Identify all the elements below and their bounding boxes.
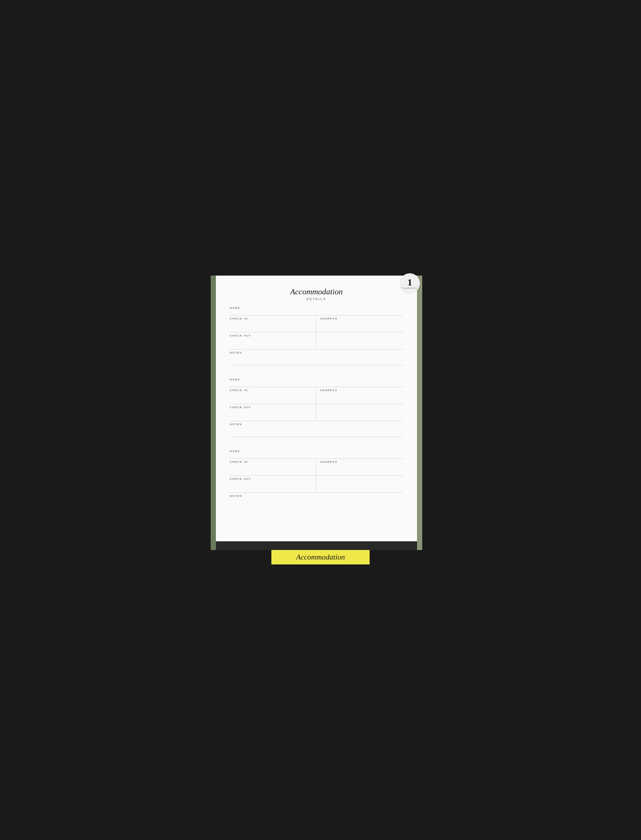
- notes-label-3: NOTES: [230, 495, 403, 498]
- name-row-2: NAME: [230, 378, 403, 387]
- address-label-2: ADDRESS: [320, 389, 403, 392]
- checkout-label-2: CHECK OUT: [230, 406, 316, 409]
- checkout-col-3: CHECK OUT: [230, 476, 316, 493]
- page: 1 PLANNING Accommodation DETAILS NAME CH…: [216, 276, 417, 541]
- page-title: Accommodation: [230, 287, 403, 296]
- checkin-label-2: CHECK IN: [230, 389, 316, 392]
- address-col-3: ADDRESS: [316, 459, 403, 475]
- notes-row-2: NOTES: [230, 421, 403, 437]
- checkout-col-2: CHECK OUT: [230, 404, 316, 421]
- planning-label: PLANNING: [402, 287, 417, 289]
- name-label-3: NAME: [230, 450, 403, 453]
- checkin-col-3: CHECK IN: [230, 459, 316, 475]
- address-label-1: ADDRESS: [320, 317, 403, 320]
- checkout-address-filler-2: [316, 404, 403, 421]
- checkout-label-3: CHECK OUT: [230, 477, 316, 480]
- checkout-address-filler-1: [316, 332, 403, 349]
- checkin-address-row-3: CHECK IN ADDRESS: [230, 459, 403, 476]
- page-number-badge: 1 PLANNING: [400, 273, 420, 294]
- checkout-row-2: CHECK OUT: [230, 404, 403, 421]
- checkout-label-1: CHECK OUT: [230, 334, 316, 337]
- notes-label-1: NOTES: [230, 351, 403, 354]
- book-container: 1 PLANNING Accommodation DETAILS NAME CH…: [211, 276, 430, 550]
- name-row-3: NAME: [230, 450, 403, 459]
- bottom-tab: Accommodation: [271, 550, 370, 564]
- name-label-1: NAME: [230, 307, 403, 309]
- page-subtitle: DETAILS: [230, 297, 403, 301]
- accommodation-entry-1: NAME CHECK IN ADDRESS CHECK OUT: [230, 307, 403, 365]
- checkin-label-1: CHECK IN: [230, 317, 316, 320]
- name-label-2: NAME: [230, 378, 403, 381]
- page-number: 1: [407, 278, 412, 287]
- spine-right: [417, 276, 422, 550]
- checkout-address-filler-3: [316, 476, 403, 493]
- notes-label-2: NOTES: [230, 423, 403, 426]
- spine-left: [211, 276, 216, 550]
- bottom-tab-title: Accommodation: [296, 553, 345, 561]
- checkin-col-1: CHECK IN: [230, 315, 316, 332]
- notes-row-1: NOTES: [230, 350, 403, 365]
- checkin-col-2: CHECK IN: [230, 387, 316, 404]
- checkout-row-3: CHECK OUT: [230, 476, 403, 493]
- notes-row-3: NOTES: [230, 493, 403, 500]
- checkout-row-1: CHECK OUT: [230, 332, 403, 350]
- accommodation-entry-2: NAME CHECK IN ADDRESS CHECK OUT: [230, 378, 403, 437]
- checkout-col-1: CHECK OUT: [230, 332, 316, 349]
- name-row-1: NAME: [230, 307, 403, 315]
- divider-2: [230, 443, 403, 450]
- checkin-label-3: CHECK IN: [230, 461, 316, 463]
- checkin-address-row-1: CHECK IN ADDRESS: [230, 315, 403, 332]
- divider-1: [230, 371, 403, 378]
- page-wrapper: 1 PLANNING Accommodation DETAILS NAME CH…: [211, 276, 430, 564]
- address-col-1: ADDRESS: [316, 315, 403, 332]
- address-label-3: ADDRESS: [320, 461, 403, 463]
- checkin-address-row-2: CHECK IN ADDRESS: [230, 387, 403, 404]
- accommodation-entry-3: NAME CHECK IN ADDRESS CHECK OUT: [230, 450, 403, 500]
- page-shadow: [216, 541, 417, 550]
- address-col-2: ADDRESS: [316, 387, 403, 404]
